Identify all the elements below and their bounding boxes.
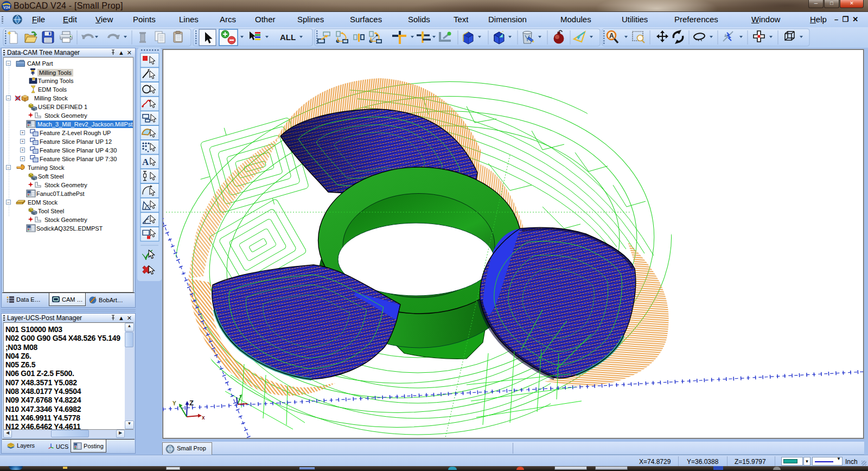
svg-text:ALL: ALL	[280, 33, 296, 42]
svg-text:A: A	[609, 32, 614, 40]
svg-text:Y: Y	[173, 400, 176, 406]
svg-text:V24: V24	[3, 5, 10, 9]
svg-text:x: x	[202, 415, 205, 421]
svg-text:A: A	[142, 157, 149, 167]
svg-text:Z: Z	[189, 399, 194, 407]
